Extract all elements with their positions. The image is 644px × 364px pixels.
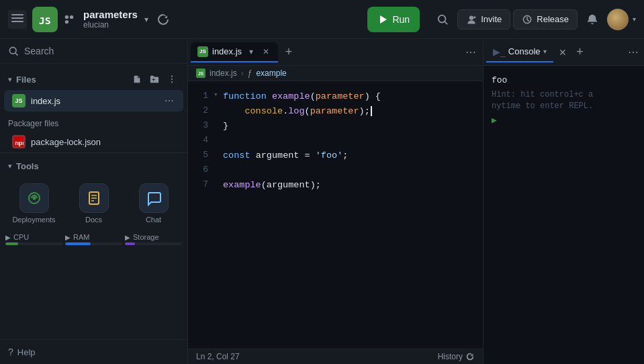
search-bar[interactable]: Search (0, 39, 187, 64)
tab-add-button[interactable]: + (279, 43, 298, 62)
breadcrumb-bar: JS index.js › ƒ example (188, 66, 483, 81)
docs-icon-box (79, 183, 109, 213)
history-icon (465, 352, 475, 361)
svg-point-17 (171, 76, 173, 77)
storage-bar (125, 242, 182, 245)
console-tab-icon: ▶_ (493, 46, 506, 57)
console-close-button[interactable]: ✕ (555, 44, 571, 60)
console-tab[interactable]: ▶_ Console ▾ (486, 42, 553, 62)
tools-header[interactable]: ▾ Tools (0, 158, 187, 174)
status-line: Ln 2, Col 27 (196, 352, 240, 361)
editor-tabs: JS index.js ▾ ✕ + ⋯ (188, 39, 483, 66)
project-info: parameters elucian (83, 9, 138, 30)
svg-rect-1 (11, 17, 24, 19)
help-button[interactable]: ? Help (0, 339, 187, 364)
chat-icon-box (139, 183, 169, 213)
cpu-bar (5, 242, 62, 245)
code-content-2: console.log(parameter); (223, 104, 477, 119)
tab-close-x-button[interactable]: ✕ (261, 46, 271, 57)
deployments-label: Deployments (12, 216, 55, 224)
history-button[interactable]: History (438, 352, 475, 361)
new-folder-button[interactable] (147, 72, 162, 87)
docs-tool-button[interactable]: Docs (65, 179, 122, 228)
sidebar: Search ▾ Files JS (0, 39, 188, 364)
package-item-lockjson[interactable]: npm package-lock.json (4, 132, 183, 152)
line-number-3: 3 (188, 119, 208, 133)
tab-menu-button[interactable]: ⋯ (461, 43, 480, 62)
storage-chevron-icon[interactable]: ▶ (125, 234, 130, 241)
code-content-3: } (223, 119, 477, 134)
file-item-indexjs[interactable]: JS index.js ⋯ (4, 90, 183, 111)
breadcrumb-file: index.js (210, 69, 237, 78)
file-badge-js: JS (12, 94, 26, 107)
svg-point-11 (469, 15, 473, 19)
new-file-button[interactable] (130, 72, 144, 87)
svg-point-7 (65, 19, 68, 23)
avatar[interactable] (607, 9, 629, 30)
packager-label: Packager files (0, 112, 187, 131)
header-actions: Invite Release ▾ (430, 7, 636, 32)
console-tabs: ▶_ Console ▾ ✕ + ⋯ (484, 39, 644, 66)
header-left: JS parameters elucian ▾ (8, 7, 173, 32)
files-chevron-icon: ▾ (8, 75, 12, 84)
files-actions (130, 72, 179, 87)
invite-label: Invite (481, 14, 502, 24)
editor-footer: Ln 2, Col 27 History (188, 349, 483, 364)
history-icon-button[interactable] (154, 10, 173, 29)
line-number-4: 4 (188, 134, 208, 148)
console-content: foo Hint: hit control+c anytime to enter… (484, 66, 644, 364)
storage-label: Storage (133, 233, 159, 241)
main-body: Search ▾ Files JS (0, 39, 644, 364)
svg-point-5 (65, 15, 68, 18)
tab-close-button[interactable]: ▾ (246, 46, 257, 57)
files-menu-button[interactable] (165, 72, 179, 87)
file-menu-button[interactable]: ⋯ (163, 95, 175, 107)
files-label: Files (16, 75, 126, 85)
line-number-6: 6 (188, 163, 208, 177)
code-line-7: 7 example(argument); (188, 178, 483, 193)
storage-header: ▶ Storage (125, 233, 182, 241)
search-button[interactable] (430, 7, 455, 32)
cpu-chevron-icon[interactable]: ▶ (5, 234, 11, 241)
line-toggle-1[interactable]: ▾ (214, 89, 223, 101)
project-chevron-icon[interactable]: ▾ (144, 15, 148, 24)
line-number-5: 5 (188, 148, 208, 163)
deployments-icon-box (19, 183, 49, 213)
editor-tab-indexjs[interactable]: JS index.js ▾ ✕ (191, 42, 278, 62)
editor-area: JS index.js ▾ ✕ + ⋯ JS index.js › ƒ exam… (188, 39, 483, 364)
chat-tool-button[interactable]: Chat (125, 179, 182, 228)
storage-fill (125, 242, 135, 245)
code-content-5: const argument = 'foo'; (223, 148, 477, 163)
console-menu-button[interactable]: ⋯ (625, 44, 641, 60)
line-number-1: 1 (188, 89, 208, 103)
release-label: Release (537, 14, 569, 24)
notifications-button[interactable] (580, 7, 604, 32)
logo: JS (32, 7, 58, 32)
console-tab-caret-icon[interactable]: ▾ (543, 48, 547, 55)
code-line-4: 4 (188, 134, 483, 148)
invite-button[interactable]: Invite (457, 9, 510, 30)
ram-chevron-icon[interactable]: ▶ (65, 234, 71, 241)
sidebar-toggle-button[interactable] (8, 10, 27, 29)
console-prompt: ▶ (492, 114, 636, 128)
files-section-header[interactable]: ▾ Files (0, 69, 187, 89)
svg-point-6 (70, 15, 73, 18)
console-panel: ▶_ Console ▾ ✕ + ⋯ foo Hint: hit control… (483, 39, 644, 364)
deployments-tool-button[interactable]: Deployments (5, 179, 62, 228)
svg-line-10 (445, 21, 447, 24)
tools-section: ▾ Tools Deployments (0, 152, 187, 253)
avatar-caret-icon[interactable]: ▾ (633, 15, 636, 23)
replit-logo (63, 13, 75, 26)
svg-text:npm: npm (15, 140, 24, 146)
search-bar-label: Search (24, 46, 54, 56)
storage-resource: ▶ Storage (125, 233, 182, 245)
tab-name: index.js (212, 46, 242, 56)
release-button[interactable]: Release (513, 9, 578, 30)
code-content-1: function example(parameter) { (223, 89, 477, 104)
cpu-header: ▶ CPU (5, 233, 62, 241)
console-tab-label: Console (508, 46, 541, 56)
code-line-1: 1 ▾ function example(parameter) { (188, 89, 483, 104)
code-editor[interactable]: 1 ▾ function example(parameter) { 2 cons… (188, 81, 483, 349)
run-button[interactable]: Run (367, 7, 420, 32)
console-add-button[interactable]: + (572, 44, 588, 60)
